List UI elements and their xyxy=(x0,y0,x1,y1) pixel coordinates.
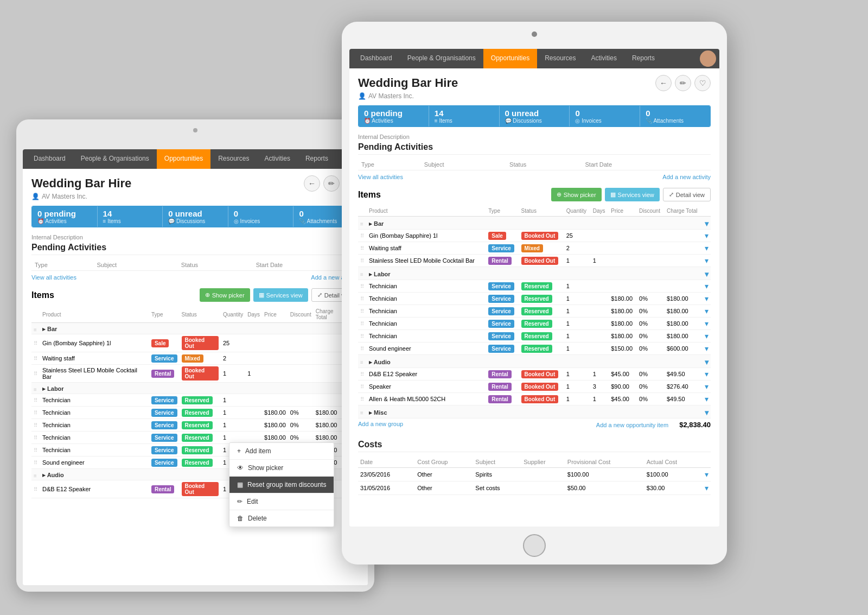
ctx-show-picker[interactable]: 👁 Show picker xyxy=(229,460,334,476)
ctx-add-item[interactable]: + Add item xyxy=(229,443,334,459)
back-page-content: Wedding Bar Hire ← ✏ ♡ 👤 AV Masters Inc.… xyxy=(23,169,368,585)
front-tablet-home[interactable] xyxy=(523,534,546,557)
front-stat-items[interactable]: 14 ≡ Items xyxy=(429,106,500,126)
front-costs-col-supplier: Supplier xyxy=(521,457,565,468)
front-title-row: Wedding Bar Hire ← ✏ ♡ xyxy=(358,75,711,91)
front-show-picker-btn[interactable]: ⊕ Show picker xyxy=(551,188,602,201)
back-view-all-activities[interactable]: View all activities xyxy=(31,274,76,281)
front-detail-view-btn[interactable]: ⤢ Detail view xyxy=(663,188,711,201)
back-page-title: Wedding Bar Hire xyxy=(31,176,131,191)
front-nav-activities[interactable]: Activities xyxy=(584,49,624,68)
front-act-col-status: Status xyxy=(506,159,582,170)
table-row: ⠿ Technician Service Reserved 1 ▾ xyxy=(31,394,359,407)
back-internal-desc-label: Internal Description xyxy=(31,234,359,240)
table-row: ⠿ Technician Service Reserved 1$180.000%… xyxy=(31,419,359,432)
front-table-total: $2,838.40 xyxy=(679,421,711,429)
list-item: ⠿ Technician Service Reserved 1$180.000%… xyxy=(358,330,711,343)
back-stat-invoices[interactable]: 0 ◎ Invoices xyxy=(228,206,294,227)
front-add-item-link[interactable]: Add a new opportunity item xyxy=(596,422,668,428)
front-col-product: Product xyxy=(367,206,486,217)
back-stat-activities[interactable]: 0 pending ⏰ Activities xyxy=(32,206,98,227)
front-stat-activities[interactable]: 0 pending ⏰ Activities xyxy=(359,106,429,126)
back-back-button[interactable]: ← xyxy=(304,175,320,192)
front-add-group-link[interactable]: Add a new group xyxy=(358,421,403,429)
back-tablet: Dashboard People & Organisations Opportu… xyxy=(16,119,374,592)
add-icon: + xyxy=(237,447,241,455)
list-item: ⠿ D&B E12 Speaker Rental Booked Out 11$4… xyxy=(358,368,711,381)
front-act-col-date: Start Date xyxy=(582,159,690,170)
back-col-price: Price xyxy=(262,306,288,323)
back-group-bar: ≡ ▸ Bar xyxy=(31,323,359,334)
ctx-delete[interactable]: 🗑 Delete xyxy=(229,510,334,527)
back-tablet-screen: Dashboard People & Organisations Opportu… xyxy=(23,149,368,585)
front-stat-discussions[interactable]: 0 unread 💬 Discussions xyxy=(500,106,570,126)
back-items-actions: ⊕ Show picker ▦ Services view ⤢ Detail v… xyxy=(200,288,359,302)
back-nav-bar: Dashboard People & Organisations Opportu… xyxy=(23,149,368,169)
back-nav-resources[interactable]: Resources xyxy=(210,149,257,169)
front-services-view-btn[interactable]: ▦ Services view xyxy=(605,188,660,201)
front-user-avatar[interactable] xyxy=(700,50,716,67)
front-col-type: Type xyxy=(486,206,519,217)
front-activities-table: Type Subject Status Start Date xyxy=(358,159,711,170)
back-col-status: Status xyxy=(180,306,221,323)
front-items-header: Items ⊕ Show picker ▦ Services view ⤢ De… xyxy=(358,188,711,201)
svg-point-1 xyxy=(703,61,713,67)
front-nav-reports[interactable]: Reports xyxy=(624,49,662,68)
table-row: ⠿ Stainless Steel LED Mobile Cocktail Ba… xyxy=(31,365,359,383)
back-services-view-btn[interactable]: ▦ Services view xyxy=(253,288,308,302)
front-items-title: Items xyxy=(358,190,381,200)
front-col-total: Charge Total xyxy=(665,206,703,217)
back-activities-col-status: Status xyxy=(178,259,253,271)
svg-point-0 xyxy=(705,54,711,60)
front-costs-table: Date Cost Group Subject Supplier Provisi… xyxy=(358,457,711,495)
back-item-cocktailbar: Stainless Steel LED Mobile Cocktail Bar xyxy=(40,365,149,383)
back-items-header: Items ⊕ Show picker ▦ Services view ⤢ De… xyxy=(31,288,359,302)
front-nav-people[interactable]: People & Organisations xyxy=(400,49,483,68)
back-stat-discussions[interactable]: 0 unread 💬 Discussions xyxy=(163,206,228,227)
front-nav-dashboard[interactable]: Dashboard xyxy=(353,49,400,68)
ctx-edit[interactable]: ✏ Edit xyxy=(229,493,334,510)
front-act-col-type: Type xyxy=(358,159,421,170)
back-activities-title: Pending Activities xyxy=(31,243,359,255)
front-col-status: Status xyxy=(519,206,564,217)
back-col-discount: Discount xyxy=(288,306,314,323)
front-group-misc: ≡ ▸ Misc ▾ xyxy=(358,405,711,419)
back-edit-button[interactable]: ✏ xyxy=(323,175,340,192)
table-row: ⠿ Gin (Bombay Sapphire) 1l Sale Booked O… xyxy=(31,334,359,352)
ctx-reset-discounts[interactable]: ▦ Reset group item discounts xyxy=(229,477,334,493)
front-costs-title: Costs xyxy=(358,440,711,452)
front-activities-title: Pending Activities xyxy=(358,142,711,155)
front-view-all-activities[interactable]: View all activities xyxy=(358,174,403,180)
back-col-product: Product xyxy=(40,306,149,323)
back-activities-col-subject: Subject xyxy=(93,259,177,271)
back-nav-people[interactable]: People & Organisations xyxy=(73,149,157,169)
front-costs-col-subject: Subject xyxy=(473,457,521,468)
front-stat-attachments[interactable]: 0 📎 Attachments xyxy=(640,106,710,126)
front-items-actions: ⊕ Show picker ▦ Services view ⤢ Detail v… xyxy=(551,188,711,201)
back-nav-dashboard[interactable]: Dashboard xyxy=(26,149,73,169)
back-item-waitstaff: Waiting staff xyxy=(40,352,149,365)
front-stat-invoices[interactable]: 0 ◎ Invoices xyxy=(570,106,640,126)
back-nav-reports[interactable]: Reports xyxy=(298,149,336,169)
front-tablet-screen: Dashboard People & Organisations Opportu… xyxy=(349,49,719,527)
front-edit-button[interactable]: ✏ xyxy=(675,75,691,91)
back-context-menu: + Add item 👁 Show picker ▦ Reset group i… xyxy=(229,442,334,527)
back-nav-opportunities[interactable]: Opportunities xyxy=(157,149,210,169)
front-back-button[interactable]: ← xyxy=(655,75,672,91)
front-group-bar: ≡ ▸ Bar ▾ xyxy=(358,217,711,230)
front-fav-button[interactable]: ♡ xyxy=(694,75,711,91)
front-nav-bar: Dashboard People & Organisations Opportu… xyxy=(349,49,719,68)
back-col-qty: Quantity xyxy=(221,306,245,323)
back-show-picker-btn[interactable]: ⊕ Show picker xyxy=(200,288,250,302)
back-group-labor: ≡ ▸ Labor xyxy=(31,383,359,394)
back-stat-items[interactable]: 14 ≡ Items xyxy=(98,206,163,227)
back-org-name: 👤 AV Masters Inc. xyxy=(31,193,359,200)
front-costs-col-group: Cost Group xyxy=(415,457,473,468)
table-row: ⠿ Waiting staff Service Mixed 2 ▾ xyxy=(31,352,359,365)
front-nav-opportunities[interactable]: Opportunities xyxy=(483,49,537,68)
front-add-activity-link[interactable]: Add a new activity xyxy=(662,174,711,180)
list-item: ⠿ Technician Service Reserved 1$180.000%… xyxy=(358,305,711,318)
back-nav-activities[interactable]: Activities xyxy=(257,149,298,169)
front-costs-section: Costs Date Cost Group Subject Supplier P… xyxy=(358,440,711,495)
front-nav-resources[interactable]: Resources xyxy=(537,49,583,68)
